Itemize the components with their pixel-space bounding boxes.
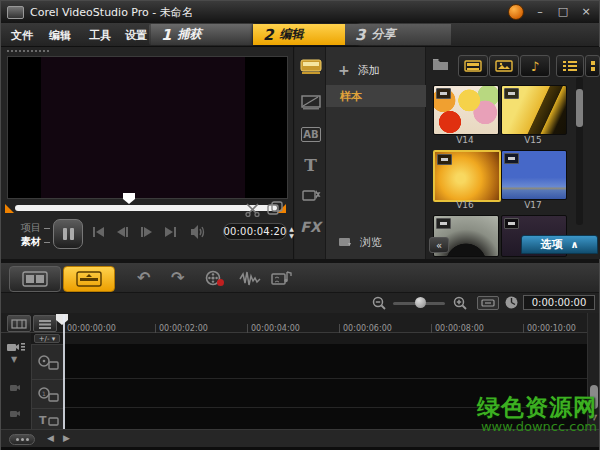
menu-edit[interactable]: 编辑 [49, 28, 71, 43]
timeline-scrollbar[interactable]: ▼ [587, 313, 599, 429]
ripple-lock-icon[interactable] [9, 383, 22, 392]
timeline-ruler[interactable]: 00:00:00:0000:00:02:0000:00:04:0000:00:0… [1, 313, 599, 333]
storyboard-view-button[interactable] [9, 266, 61, 292]
scroll-right-icon[interactable]: ▶ [63, 433, 70, 443]
panel-grip[interactable] [7, 50, 49, 54]
preview-panel: 项目 素材 00:00:04:20 ▲▼ [1, 47, 294, 259]
minimize-button[interactable]: – [533, 5, 547, 19]
auto-music-icon[interactable] [271, 270, 293, 287]
go-end-button[interactable] [165, 227, 176, 237]
scrub-bar[interactable] [15, 205, 277, 211]
thumbnail-v16-selected[interactable] [433, 150, 501, 202]
duration-clock-icon[interactable] [504, 295, 519, 310]
ripple-dropdown-icon[interactable]: ▼ [11, 355, 17, 364]
overlay-track-lane[interactable] [63, 379, 587, 408]
timeline-scrollbar-thumb[interactable] [590, 385, 598, 409]
thumbnail-label: V14 [433, 135, 497, 145]
thumbnail-v14[interactable] [433, 85, 499, 135]
scroll-left-icon[interactable]: ◀ [47, 433, 54, 443]
title-category-icon[interactable]: T [295, 155, 326, 175]
next-frame-button[interactable] [141, 227, 152, 237]
sound-mixer-icon[interactable] [239, 271, 261, 286]
gallery-scrollbar-thumb[interactable] [576, 89, 583, 127]
graphic-category-icon[interactable] [295, 187, 326, 203]
volume-icon[interactable] [191, 225, 207, 239]
zoom-slider-knob[interactable] [415, 297, 426, 308]
title-track-header[interactable]: T [31, 408, 65, 431]
video-clip-badge [436, 88, 451, 99]
sort-button[interactable] [585, 55, 600, 77]
svg-text:1: 1 [42, 390, 46, 397]
ripple-lock-icon[interactable] [9, 409, 22, 418]
track-manager-icon[interactable] [6, 341, 26, 353]
show-all-tracks-button[interactable] [7, 315, 31, 332]
close-button[interactable]: × [579, 5, 593, 19]
transition-category-icon[interactable] [295, 95, 326, 110]
timeline-view-button[interactable] [63, 266, 115, 292]
menu-settings[interactable]: 设置 [125, 28, 147, 43]
timeline-tracks: ▼ +/- ▾ 1 T [1, 333, 599, 429]
filter-category-icon[interactable]: FX [295, 219, 326, 235]
thumbnail-v15[interactable] [501, 85, 567, 135]
sample-folder-item[interactable]: 样本 [326, 85, 426, 107]
go-start-button[interactable] [93, 227, 104, 237]
library-nav: + 添加 样本 浏览 [326, 47, 426, 259]
ruler-ticks: 00:00:00:0000:00:02:0000:00:04:0000:00:0… [63, 316, 599, 333]
options-button[interactable]: 选项 ∧ [521, 235, 598, 254]
menu-file[interactable]: 文件 [11, 28, 33, 43]
browse-button[interactable]: 浏览 [326, 231, 426, 253]
thumbnail-label: V15 [501, 135, 565, 145]
list-view-button[interactable] [556, 55, 584, 77]
step-capture[interactable]: 1 捕获 [151, 24, 263, 45]
fit-timeline-button[interactable] [477, 296, 499, 310]
track-list-icon [38, 319, 52, 329]
play-pause-button[interactable] [53, 219, 83, 249]
prev-frame-button[interactable] [117, 227, 128, 237]
folder-icon[interactable] [432, 57, 449, 71]
ab-transition-icon[interactable]: AB [301, 127, 321, 142]
project-mode-label[interactable]: 项目 [21, 221, 50, 235]
add-folder-button[interactable]: + 添加 [326, 59, 426, 81]
plus-icon: + [338, 62, 350, 78]
add-remove-track-button[interactable]: +/- ▾ [34, 334, 60, 343]
step-share[interactable]: 3 分享 [345, 24, 451, 45]
show-videos-button[interactable] [458, 55, 488, 77]
title-track-lane[interactable] [63, 408, 587, 430]
track-list-button[interactable] [33, 315, 57, 332]
record-capture-icon[interactable] [205, 270, 225, 287]
enlarge-preview-icon[interactable] [267, 201, 283, 216]
zoom-in-icon[interactable] [453, 296, 468, 311]
corel-update-icon[interactable] [508, 4, 524, 20]
undo-button[interactable]: ↶ [137, 268, 150, 287]
video-track-lane[interactable] [63, 344, 587, 379]
media-category-icon[interactable] [295, 59, 326, 75]
thumbnail-v17[interactable] [501, 150, 567, 200]
menu-tools[interactable]: 工具 [89, 28, 111, 43]
chevron-up-icon: ∧ [570, 239, 578, 250]
step-edit-active[interactable]: 2 编辑 [253, 24, 359, 45]
browse-icon [338, 236, 353, 248]
sort-icon [590, 60, 596, 72]
scroll-down-icon[interactable]: ▼ [588, 413, 600, 422]
photo-filter-icon [495, 60, 513, 72]
split-clip-icon[interactable] [245, 203, 260, 217]
show-photos-button[interactable] [489, 55, 519, 77]
collapse-gallery-button[interactable]: « [429, 237, 449, 253]
edit-toolbar: ↶ ↷ [1, 263, 599, 293]
gallery-scrollbar[interactable] [576, 77, 583, 225]
project-duration-field[interactable]: 0:00:00:00 [523, 295, 595, 310]
timeline-scroll-button[interactable] [9, 434, 35, 445]
maximize-button[interactable]: □ [556, 5, 570, 19]
video-track-header[interactable] [31, 344, 65, 380]
preview-timecode[interactable]: 00:00:04:20 [223, 223, 287, 240]
playhead-marker[interactable] [123, 193, 135, 204]
zoom-out-icon[interactable] [372, 296, 387, 311]
redo-button[interactable]: ↷ [171, 268, 184, 287]
media-gallery: ♪ V14 V15 V16 V17 [426, 47, 600, 259]
show-audio-button[interactable]: ♪ [520, 55, 550, 77]
video-clip-badge [504, 218, 519, 229]
clip-mode-label[interactable]: 素材 [21, 235, 50, 249]
trim-start-handle[interactable] [5, 204, 14, 213]
app-icon [7, 6, 24, 19]
overlay-track-header[interactable]: 1 [31, 379, 65, 409]
